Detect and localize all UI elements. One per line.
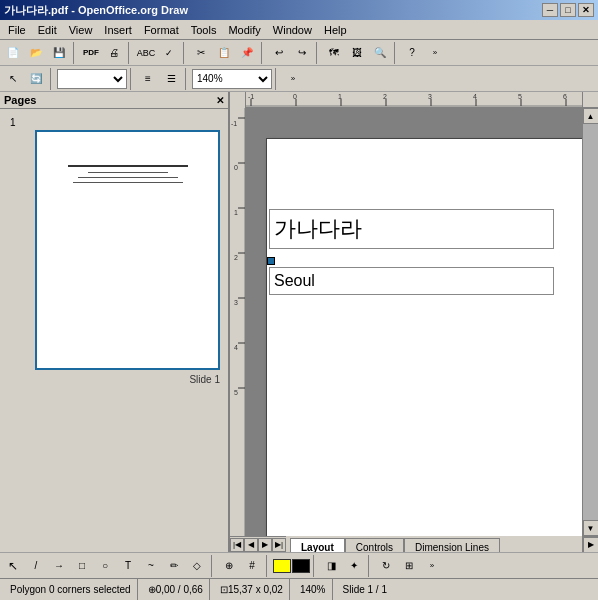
- selection-handle[interactable]: [267, 257, 275, 265]
- color-fill[interactable]: [273, 559, 291, 573]
- snap-button[interactable]: ⊕: [218, 555, 240, 577]
- print-button[interactable]: 🖨: [103, 42, 125, 64]
- navigator-button[interactable]: 🗺: [323, 42, 345, 64]
- rotate-button[interactable]: ↻: [375, 555, 397, 577]
- paste-button[interactable]: 📌: [236, 42, 258, 64]
- arrow-tool[interactable]: →: [48, 555, 70, 577]
- scroll-up-button[interactable]: ▲: [583, 108, 599, 124]
- scroll-down-button[interactable]: ▼: [583, 520, 599, 536]
- separator-1: [73, 42, 77, 64]
- svg-text:5: 5: [518, 93, 522, 100]
- pages-panel-header: Pages ✕: [0, 92, 228, 109]
- expand2-button[interactable]: »: [282, 68, 304, 90]
- left-ruler: -1 0 1 2 3 4 5: [230, 108, 246, 536]
- menu-insert[interactable]: Insert: [98, 22, 138, 38]
- drawing-toolbar: ↖ / → □ ○ T ~ ✏ ◇ ⊕ # ◨ ✦ ↻ ⊞ »: [0, 552, 598, 578]
- title-bar: 가나다라.pdf - OpenOffice.org Draw ─ □ ✕: [0, 0, 598, 20]
- slide-surface[interactable]: 가나다라 Seoul: [266, 138, 582, 536]
- menu-modify[interactable]: Modify: [222, 22, 266, 38]
- align-left-button[interactable]: ≡: [137, 68, 159, 90]
- spellcheck-button[interactable]: ABC: [135, 42, 157, 64]
- scroll-last-button[interactable]: ▶|: [272, 538, 286, 552]
- new-button[interactable]: 📄: [2, 42, 24, 64]
- close-panel-button[interactable]: ✕: [216, 95, 224, 106]
- tab-dimension-lines[interactable]: Dimension Lines: [404, 538, 500, 553]
- scroll-first-button[interactable]: |◀: [230, 538, 244, 552]
- slide-thumbnail[interactable]: [35, 130, 220, 370]
- menu-window[interactable]: Window: [267, 22, 318, 38]
- rotate-button[interactable]: 🔄: [25, 68, 47, 90]
- line-tool[interactable]: /: [25, 555, 47, 577]
- shapes-button[interactable]: ◇: [186, 555, 208, 577]
- title-text: 가나다라.pdf - OpenOffice.org Draw: [4, 3, 188, 18]
- minimize-button[interactable]: ─: [542, 3, 558, 17]
- group-button[interactable]: ⊞: [398, 555, 420, 577]
- expand-button[interactable]: »: [424, 42, 446, 64]
- menu-edit[interactable]: Edit: [32, 22, 63, 38]
- size-text: 15,37 x 0,02: [228, 584, 283, 595]
- ruler-svg-top: -1 0 1 2 3 4 5 6: [246, 92, 582, 107]
- main-canvas[interactable]: 가나다라 Seoul: [246, 108, 582, 536]
- scroll-next-button[interactable]: ▶: [258, 538, 272, 552]
- scroll-prev-button[interactable]: ◀: [244, 538, 258, 552]
- curve-tool[interactable]: ~: [140, 555, 162, 577]
- save-button[interactable]: 💾: [48, 42, 70, 64]
- korean-textbox[interactable]: 가나다라: [269, 209, 554, 249]
- style-dropdown[interactable]: [57, 69, 127, 89]
- help-button[interactable]: ?: [401, 42, 423, 64]
- pointer-button[interactable]: ↖: [2, 68, 24, 90]
- redo-button[interactable]: ↪: [291, 42, 313, 64]
- scroll-right-button[interactable]: ▶: [583, 537, 598, 553]
- color-line[interactable]: [292, 559, 310, 573]
- sep-draw-3: [313, 555, 317, 577]
- seoul-text: Seoul: [274, 272, 315, 289]
- right-scrollbar: ▲ ▼: [582, 108, 598, 536]
- zoom-text: 140%: [300, 584, 326, 595]
- shadow-button[interactable]: ◨: [320, 555, 342, 577]
- tab-controls[interactable]: Controls: [345, 538, 404, 553]
- grid-button[interactable]: #: [241, 555, 263, 577]
- menu-format[interactable]: Format: [138, 22, 185, 38]
- svg-text:2: 2: [234, 254, 238, 261]
- open-button[interactable]: 📂: [25, 42, 47, 64]
- menu-help[interactable]: Help: [318, 22, 353, 38]
- align-center-button[interactable]: ☰: [160, 68, 182, 90]
- scrollbar-corner: [582, 92, 598, 107]
- svg-text:4: 4: [234, 344, 238, 351]
- autocorrect-button[interactable]: ✓: [158, 42, 180, 64]
- pdf-button[interactable]: PDF: [80, 42, 102, 64]
- rect-tool[interactable]: □: [71, 555, 93, 577]
- svg-text:0: 0: [234, 164, 238, 171]
- search-button[interactable]: 🔍: [369, 42, 391, 64]
- scroll-track-right[interactable]: [583, 124, 599, 520]
- menu-tools[interactable]: Tools: [185, 22, 223, 38]
- cut-button[interactable]: ✂: [190, 42, 212, 64]
- status-zoom[interactable]: 140%: [294, 579, 333, 600]
- effects-button[interactable]: ✦: [343, 555, 365, 577]
- copy-button[interactable]: 📋: [213, 42, 235, 64]
- seoul-textbox[interactable]: Seoul: [269, 267, 554, 295]
- ellipse-tool[interactable]: ○: [94, 555, 116, 577]
- close-button[interactable]: ✕: [578, 3, 594, 17]
- svg-text:1: 1: [234, 209, 238, 216]
- status-bar: Polygon 0 corners selected ⊕ 0,00 / 0,66…: [0, 578, 598, 600]
- gallery-button[interactable]: 🖼: [346, 42, 368, 64]
- window-controls: ─ □ ✕: [542, 3, 594, 17]
- freeform-tool[interactable]: ✏: [163, 555, 185, 577]
- position-icon: ⊕: [148, 584, 156, 595]
- tab-layout[interactable]: Layout: [290, 538, 345, 553]
- undo-button[interactable]: ↩: [268, 42, 290, 64]
- sep-draw-2: [266, 555, 270, 577]
- text-tool[interactable]: T: [117, 555, 139, 577]
- position-text: 0,00 / 0,66: [156, 584, 203, 595]
- format-toolbar: ↖ 🔄 ≡ ☰ 140% »: [0, 66, 598, 92]
- menu-file[interactable]: File: [2, 22, 32, 38]
- maximize-button[interactable]: □: [560, 3, 576, 17]
- menu-view[interactable]: View: [63, 22, 99, 38]
- sep-t2-2: [130, 68, 134, 90]
- expand3-button[interactable]: »: [421, 555, 443, 577]
- zoom-dropdown[interactable]: 140%: [192, 69, 272, 89]
- size-icon: ⊡: [220, 584, 228, 595]
- select-tool[interactable]: ↖: [2, 555, 24, 577]
- menu-bar: File Edit View Insert Format Tools Modif…: [0, 20, 598, 40]
